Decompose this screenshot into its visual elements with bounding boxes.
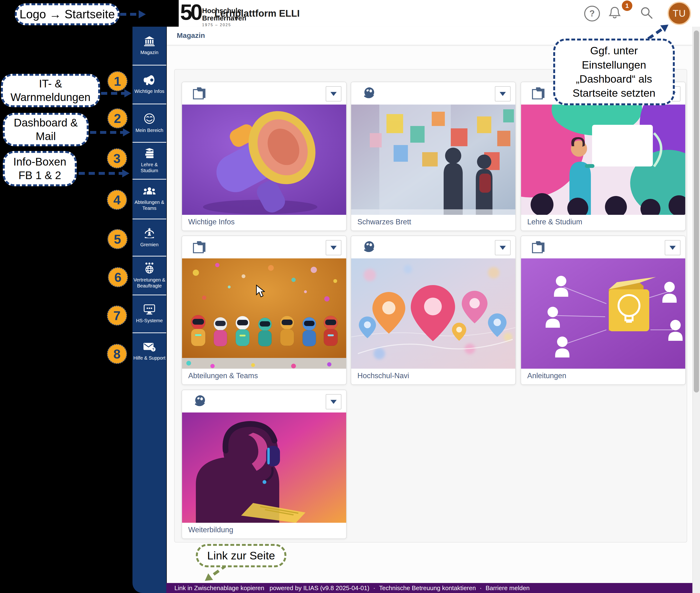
card-image-presentation-illustration <box>521 105 685 215</box>
sidebar-item-label: Magazin <box>140 49 158 55</box>
card-schwarzes-brett[interactable]: Schwarzes Brett <box>351 82 516 231</box>
scrollbar-track[interactable] <box>692 27 700 593</box>
chevron-down-icon <box>669 246 676 250</box>
annotation-callout-settings-dashboard: Ggf. unter Einstellungen „Dashboard“ als… <box>553 39 675 105</box>
chevron-down-icon <box>500 246 506 250</box>
megaphone-icon <box>143 75 156 86</box>
card-actions-dropdown[interactable] <box>326 86 341 102</box>
search-icon[interactable] <box>639 5 654 21</box>
card-weiterbildung[interactable]: Weiterbildung <box>182 390 347 539</box>
mail-question-icon: ? <box>143 342 156 353</box>
globe-people-icon <box>143 263 155 275</box>
sidebar-item-hilfe-support[interactable]: ? Hilfe & Support <box>133 332 166 369</box>
card-title[interactable]: Anleitungen <box>521 369 685 385</box>
card-title[interactable]: Weiterbildung <box>182 523 346 539</box>
sidebar-item-hs-systeme[interactable]: HS-Systeme <box>133 294 166 332</box>
step-number-2: 2 <box>107 108 127 128</box>
weblink-icon <box>362 87 376 101</box>
sidebar-item-gremien[interactable]: Gremien <box>133 219 166 256</box>
mouse-cursor <box>256 285 265 298</box>
footer-separator: · <box>373 584 375 592</box>
chevron-down-icon <box>330 92 337 96</box>
sidebar-item-mein-bereich[interactable]: Mein Bereich <box>133 104 166 142</box>
annotation-callout-infoboxen: Info-Boxen FB 1 & 2 <box>3 151 77 186</box>
card-actions-dropdown[interactable] <box>326 394 341 409</box>
help-icon[interactable]: ? <box>584 6 600 22</box>
notifications-bell-icon[interactable] <box>607 5 622 21</box>
step-number-4: 4 <box>107 190 127 210</box>
sidebar-item-magazin[interactable]: Magazin <box>133 27 166 65</box>
scrollbar-thumb[interactable] <box>694 31 699 392</box>
smiley-icon <box>144 113 155 125</box>
books-graduation-icon <box>143 148 156 160</box>
card-wichtige-infos[interactable]: Wichtige Infos <box>182 82 347 231</box>
footer-powered-by: powered by ILIAS (v9.8 2025-04-01) <box>269 584 369 592</box>
card-abteilungen-teams[interactable]: Abteilungen & Teams <box>182 236 347 385</box>
card-hochschul-navi[interactable]: Hochschul-Navi <box>351 236 516 385</box>
sidebar-item-label: HS-Systeme <box>136 318 163 324</box>
annotation-arrow-to-logo <box>120 13 139 16</box>
sidebar-item-vertretungen[interactable]: Vertretungen & Beauftragte <box>133 256 166 294</box>
card-title[interactable]: Lehre & Studium <box>521 215 685 231</box>
folder-icon <box>531 87 546 101</box>
chevron-down-icon <box>500 92 506 96</box>
sidebar-item-wichtige-infos[interactable]: Wichtige Infos <box>133 65 166 104</box>
top-header-bar: 50 Hochschule Bremerhaven 1975 – 2025 Le… <box>179 0 700 27</box>
step-number-3: 3 <box>107 148 127 168</box>
card-image-headphones-illustration <box>182 412 346 523</box>
card-title[interactable]: Schwarzes Brett <box>351 215 515 231</box>
monitor-password-icon <box>143 304 155 316</box>
card-title[interactable]: Hochschul-Navi <box>351 369 515 385</box>
weblink-icon <box>362 241 376 254</box>
sidebar-item-label: Abteilungen & Teams <box>135 199 164 211</box>
card-image-lightbulb-illustration <box>521 259 685 369</box>
step-number-8: 8 <box>107 344 127 364</box>
footer-report-barrier-link[interactable]: Barriere melden <box>486 584 530 592</box>
sidebar-item-label: Mein Bereich <box>136 127 163 133</box>
card-actions-dropdown[interactable] <box>665 240 680 255</box>
svg-text:?: ? <box>152 347 154 351</box>
sidebar-item-label: Hilfe & Support <box>134 355 165 361</box>
annotation-arrow-1 <box>101 92 125 95</box>
card-image-map-pins-illustration <box>351 259 515 369</box>
sidebar-item-lehre-studium[interactable]: Lehre & Studium <box>133 142 166 179</box>
annotation-callout-link-zur-seite: Link zur Seite <box>196 544 286 567</box>
annotation-callout-dashboard-mail: Dashboard & Mail <box>3 113 88 146</box>
sidebar-item-label: Vertretungen & Beauftragte <box>134 277 165 289</box>
card-title[interactable]: Wichtige Infos <box>182 215 346 231</box>
screenshot-stage: 50 Hochschule Bremerhaven 1975 – 2025 Le… <box>0 0 700 593</box>
footer-contact-link[interactable]: Technische Betreuung kontaktieren <box>379 584 476 592</box>
user-avatar[interactable]: TU <box>668 2 691 25</box>
card-title[interactable]: Abteilungen & Teams <box>182 369 346 385</box>
card-actions-dropdown[interactable] <box>495 240 511 255</box>
sidebar-item-label: Gremien <box>140 242 159 248</box>
card-actions-dropdown[interactable] <box>495 86 511 102</box>
folder-icon <box>192 87 207 101</box>
chevron-down-icon <box>330 400 337 404</box>
card-anleitungen[interactable]: Anleitungen <box>521 236 686 385</box>
card-image-pinboard-illustration <box>351 105 515 215</box>
step-number-7: 7 <box>107 306 127 325</box>
footer-bar: Link in Zwischenablage kopieren powered … <box>166 583 692 593</box>
sidebar-item-abteilungen-teams[interactable]: Abteilungen & Teams <box>133 179 166 219</box>
card-image-robots-illustration <box>182 259 346 369</box>
people-group-icon <box>143 187 156 197</box>
footer-copy-link[interactable]: Link in Zwischenablage kopieren <box>174 584 264 592</box>
weblink-icon <box>192 395 207 409</box>
step-number-1: 1 <box>107 71 127 91</box>
step-number-5: 5 <box>107 229 127 249</box>
bank-icon <box>143 36 155 47</box>
committee-icon <box>143 228 155 240</box>
annotation-callout-it-warnmeldungen: IT- & Warnmeldungen <box>1 74 100 107</box>
card-actions-dropdown[interactable] <box>326 240 341 255</box>
page-title: Lernplattform ELLI <box>214 8 300 19</box>
step-number-6: 6 <box>108 267 128 287</box>
chevron-down-icon <box>330 246 337 250</box>
annotation-arrow-2 <box>90 131 123 134</box>
main-sidebar: Magazin Wichtige Infos Mein Bereich <box>133 27 166 593</box>
logo-50-mark: 50 <box>180 2 200 23</box>
breadcrumb-magazin[interactable]: Magazin <box>177 32 205 40</box>
sidebar-item-label: Lehre & Studium <box>133 162 166 173</box>
folder-icon <box>192 241 207 254</box>
card-image-megaphone-illustration <box>182 105 346 215</box>
